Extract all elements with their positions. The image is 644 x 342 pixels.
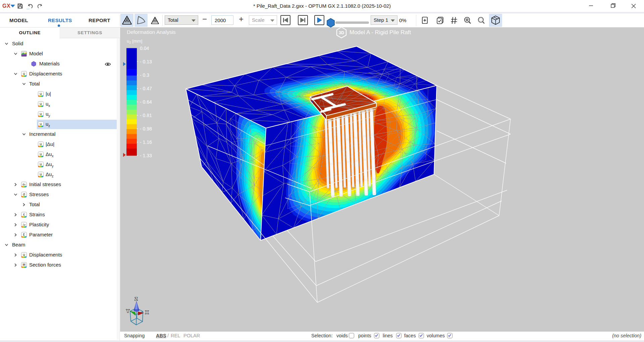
tree-item-label: Stresses (29, 191, 49, 197)
result-type-icon: ε (21, 212, 27, 218)
abs-mode-toggle[interactable]: ABS (156, 333, 166, 338)
show-deformed-outline-button[interactable] (135, 14, 148, 27)
tree-item-model[interactable]: Model (0, 49, 117, 59)
selection-checkbox-lines[interactable] (396, 333, 401, 338)
first-step-button[interactable] (280, 15, 290, 25)
app-menu-caret-icon[interactable] (10, 5, 15, 7)
tree-item-strains[interactable]: εStrains (0, 210, 117, 220)
view-3d-button[interactable] (489, 14, 502, 27)
grid-icon[interactable] (449, 16, 459, 25)
zoom-selection-icon[interactable] (463, 16, 472, 25)
close-button[interactable] (629, 2, 638, 10)
tree-item-label: Incremental (29, 131, 55, 137)
minimize-button[interactable] (586, 2, 596, 10)
svg-text:u: u (40, 152, 42, 156)
scale-dropdown[interactable]: Scale (249, 15, 277, 25)
chevron-down-icon[interactable] (22, 82, 26, 86)
chevron-right-icon[interactable] (14, 223, 17, 227)
tab-settings[interactable]: SETTINGS (60, 27, 120, 38)
tree-item-displacements[interactable]: uDisplacements (0, 250, 117, 260)
result-type-icon: E (21, 232, 27, 238)
deformation-scale-input[interactable] (211, 15, 233, 25)
redo-icon[interactable] (37, 3, 43, 9)
chevron-right-icon[interactable] (14, 263, 17, 267)
tree-item--uz[interactable]: uΔuz (0, 170, 117, 180)
restore-button[interactable] (608, 2, 618, 10)
tree-item-uz[interactable]: uuz (0, 119, 117, 129)
result-type-icon: u (38, 141, 44, 147)
tree-item-beam[interactable]: Beam (0, 240, 117, 250)
tab-report[interactable]: REPORT (89, 17, 110, 23)
chevron-down-icon[interactable] (14, 52, 17, 56)
result-type-icon: u (38, 152, 44, 157)
chevron-right-icon[interactable] (14, 183, 17, 186)
polar-toggle[interactable]: POLAR (183, 333, 200, 338)
selection-checkbox-voids[interactable] (349, 333, 354, 338)
chevron-down-icon[interactable] (22, 132, 26, 136)
chevron-right-icon[interactable] (14, 233, 17, 237)
undo-icon[interactable] (28, 3, 34, 9)
app-logo[interactable]: GX (2, 3, 10, 9)
tree-item-displacements[interactable]: uDisplacements (0, 69, 117, 79)
step-slider-handle[interactable] (326, 18, 336, 28)
new-view-icon[interactable] (421, 16, 430, 25)
tree-item-label: Total (29, 81, 40, 87)
tree-item--u-[interactable]: u|Δu| (0, 139, 117, 150)
viewport-3d[interactable]: ZYXDeformation Analysis3DModel A - Rigid… (120, 27, 644, 332)
step-slider-track[interactable] (335, 21, 369, 24)
mode-separator: / (167, 333, 169, 338)
show-contour-mesh-button[interactable] (120, 14, 133, 27)
tree-scrollbar[interactable] (117, 39, 119, 340)
selection-checkbox-points[interactable] (374, 333, 379, 338)
deformed-outline-icon (135, 14, 148, 27)
tree-item-total[interactable]: Total (0, 79, 117, 89)
tree-item-stresses[interactable]: σStresses (0, 190, 117, 200)
save-icon[interactable] (17, 3, 23, 9)
snapping-toggle[interactable]: Snapping (124, 333, 145, 338)
tree-item-plasticity[interactable]: ∫σPlasticity (0, 220, 117, 230)
zoom-fit-icon[interactable] (477, 16, 486, 25)
chevron-right-icon[interactable] (14, 213, 17, 217)
step-value: Step 1 (374, 17, 388, 23)
decrease-scale-button[interactable]: − (202, 14, 207, 24)
tab-model[interactable]: MODEL (9, 17, 28, 23)
tree-item-incremental[interactable]: Incremental (0, 129, 117, 139)
tree-item-materials[interactable]: Materials (0, 59, 117, 69)
step-progress: 0% (399, 17, 407, 23)
tree-item-uy[interactable]: uuy (0, 109, 117, 119)
tree-item-parameter[interactable]: EParameter (0, 230, 117, 240)
tree-item--uy[interactable]: uΔuy (0, 160, 117, 170)
tree-item-label: Displacements (29, 71, 62, 76)
stages-icon[interactable] (435, 16, 445, 25)
tree-item-total[interactable]: Total (0, 200, 117, 210)
tree-item-solid[interactable]: Solid (0, 39, 117, 49)
show-mesh-button[interactable] (149, 14, 161, 27)
play-icon (315, 16, 324, 24)
tree-item-initial-stresses[interactable]: σ₀Initial stresses (0, 180, 117, 190)
chevron-down-icon[interactable] (14, 193, 17, 196)
tab-results[interactable]: RESULTS (48, 17, 72, 23)
chevron-right-icon[interactable] (14, 253, 17, 257)
tree-item-ux[interactable]: uux (0, 99, 117, 109)
selection-option-label: voids (336, 333, 348, 338)
selection-checkbox-volumes[interactable] (447, 333, 452, 338)
legend-tick-label: - 0.13 (140, 59, 152, 64)
result-type-dropdown[interactable]: Total (165, 15, 198, 25)
chevron-down-icon[interactable] (5, 42, 8, 46)
step-dropdown[interactable]: Step 1 (371, 15, 397, 25)
tree-item--u-[interactable]: u|u| (0, 89, 117, 99)
selection-checkbox-faces[interactable] (419, 333, 424, 338)
chevron-down-icon[interactable] (5, 243, 8, 247)
chevron-right-icon[interactable] (22, 203, 26, 207)
play-button[interactable] (314, 15, 324, 25)
visibility-eye-icon[interactable] (105, 62, 111, 66)
tree-item-section-forces[interactable]: MSection forces (0, 260, 117, 270)
tab-outline[interactable]: OUTLINE (0, 27, 60, 38)
tree-item--ux[interactable]: uΔux (0, 150, 117, 160)
increase-scale-button[interactable]: + (239, 14, 244, 24)
rel-mode-toggle[interactable]: REL (171, 333, 180, 338)
last-step-button[interactable] (298, 15, 308, 25)
result-type-icon: u (38, 101, 44, 107)
chevron-down-icon[interactable] (14, 72, 17, 76)
axis-z-label: Z (135, 296, 138, 301)
